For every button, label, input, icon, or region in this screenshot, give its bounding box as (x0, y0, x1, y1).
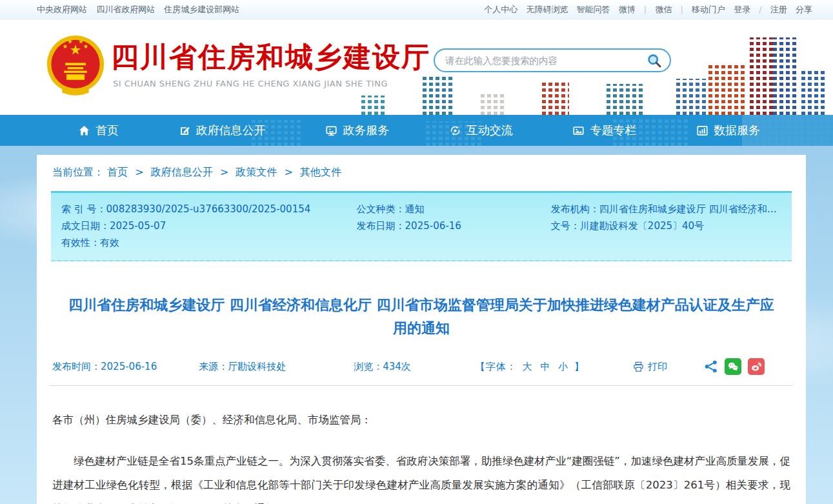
nav-item-home[interactable]: 首页 (79, 123, 119, 138)
main-navigation: 首页 政府信息公开 政务服务 互动交流 专题专栏 数据服务 (0, 115, 833, 146)
agency-label: 发布机构： (551, 203, 599, 215)
top-utility-bar: 中央政府网站 四川省政府网站 住房城乡建设部网站 个人中心 无障碍浏览 智能问答… (0, 0, 833, 19)
font-size-control: 【字体： 大 中 小 】 (476, 361, 585, 373)
nav-label: 互动交流 (467, 123, 513, 138)
views-value: 434次 (383, 361, 411, 372)
share-buttons (704, 358, 765, 375)
salutation: 各市（州）住房城乡建设局（委）、经济和信息化局、市场监管局： (52, 410, 790, 430)
nav-label: 首页 (95, 123, 119, 138)
edit-icon (179, 125, 190, 136)
separator: / (759, 5, 761, 14)
body-paragraph: 绿色建材产业链是全省15条重点产业链之一。为深入贯彻落实省委、省政府决策部署，助… (52, 449, 790, 504)
written-date-label: 成文日期： (61, 220, 110, 232)
view-count: 浏览：434次 (354, 361, 411, 373)
interaction-icon (450, 125, 461, 136)
font-size-large[interactable]: 大 (523, 361, 533, 372)
link-central-gov[interactable]: 中央政府网站 (37, 5, 87, 14)
link-mohurd[interactable]: 住房城乡建设部网站 (164, 5, 239, 14)
weibo-icon (750, 361, 762, 372)
document-meta-table: 索 引 号：008283930/2025-u37663300/2025-0015… (51, 191, 792, 261)
written-date-cell: 成文日期：2025-05-07 (61, 217, 357, 234)
nav-item-data-services[interactable]: 数据服务 (697, 123, 760, 138)
breadcrumb-separator: > (135, 166, 143, 178)
link-mobile-portal[interactable]: 移动门户 (692, 5, 725, 14)
building-decoration (773, 37, 799, 115)
link-personal-center[interactable]: 个人中心 (484, 5, 517, 14)
image-icon (573, 125, 584, 136)
nav-label: 专题专栏 (590, 123, 636, 138)
building-decoration (607, 84, 643, 115)
separator: | (681, 5, 683, 14)
source-label: 来源： (199, 361, 228, 372)
validity-label: 有效性： (61, 237, 100, 248)
publish-time: 发布时间：2025-06-16 (52, 361, 157, 373)
nav-label: 政府信息公开 (196, 123, 266, 138)
search-icon[interactable] (647, 53, 662, 68)
building-decoration (423, 76, 452, 115)
doc-type-value: 通知 (405, 203, 425, 215)
separator: | (644, 5, 647, 14)
font-size-small[interactable]: 小 (558, 361, 568, 372)
link-share[interactable]: 分享 (796, 5, 812, 14)
national-emblem-logo (45, 34, 106, 103)
share-icon (704, 359, 718, 374)
breadcrumb-policy-files[interactable]: 政策文件 (236, 166, 277, 178)
link-register[interactable]: 注册 (770, 5, 787, 14)
breadcrumb-other-files[interactable]: 其他文件 (300, 166, 341, 178)
validity-cell: 有效性：有效 (61, 234, 357, 251)
link-weibo[interactable]: 微博 (619, 5, 636, 14)
wechat-share-button[interactable] (725, 358, 741, 375)
link-accessibility[interactable]: 无障碍浏览 (526, 5, 568, 14)
breadcrumb-home[interactable]: 首页 (107, 166, 128, 178)
index-number-value: 008283930/2025-u37663300/2025-00154 (106, 203, 311, 215)
breadcrumb-gov-info[interactable]: 政府信息公开 (151, 166, 213, 178)
print-button[interactable]: 打印 (633, 361, 667, 373)
link-sichuan-gov[interactable]: 四川省政府网站 (96, 5, 155, 14)
breadcrumb: 当前位置： 首页 > 政府信息公开 > 政策文件 > 其他文件 (50, 155, 793, 188)
publish-date-cell: 发布日期：2025-06-16 (357, 217, 551, 234)
search-input[interactable] (445, 55, 647, 66)
index-number-label: 索 引 号： (61, 203, 106, 215)
wechat-icon (727, 361, 739, 372)
link-login[interactable]: 登录 (734, 5, 750, 14)
building-decoration (542, 80, 569, 115)
breadcrumb-separator: > (284, 166, 292, 178)
doc-number-cell: 文号：川建勘设科发〔2025〕40号 (551, 217, 781, 234)
nav-item-interaction[interactable]: 互动交流 (450, 123, 513, 138)
doc-type-label: 公文种类： (357, 203, 405, 215)
publish-time-label: 发布时间： (52, 361, 101, 372)
index-number-cell: 索 引 号：008283930/2025-u37663300/2025-0015… (61, 201, 357, 217)
meta-row: 成文日期：2025-05-07 发布日期：2025-06-16 文号：川建勘设科… (61, 217, 781, 234)
nav-item-special-topics[interactable]: 专题专栏 (573, 123, 636, 138)
meta-row: 有效性：有效 (61, 234, 781, 251)
site-header: 四川省住房和城乡建设厅 SI CHUAN SHENG ZHU FANG HE C… (0, 19, 833, 115)
nav-label: 政务服务 (343, 123, 389, 138)
building-decoration (750, 37, 773, 115)
chart-icon (697, 125, 708, 136)
views-label: 浏览： (354, 361, 383, 372)
site-title-pinyin: SI CHUAN SHENG ZHU FANG HE CHENG XIANG J… (113, 79, 388, 88)
breadcrumb-label: 当前位置： (52, 166, 104, 178)
link-wechat[interactable]: 微信 (655, 5, 672, 14)
font-label-end: 】 (574, 361, 585, 372)
print-label: 打印 (648, 361, 667, 373)
site-title: 四川省住房和城乡建设厅 (111, 39, 430, 76)
monitor-icon (326, 125, 337, 136)
article-title: 四川省住房和城乡建设厅 四川省经济和信息化厅 四川省市场监督管理局关于加快推进绿… (66, 294, 776, 340)
font-size-medium[interactable]: 中 (540, 361, 550, 372)
topbar-user-links: 个人中心 无障碍浏览 智能问答 微博 | 微信 | 移动门户 登录 / 注册 分… (478, 4, 812, 15)
nav-items: 首页 政府信息公开 政务服务 互动交流 专题专栏 数据服务 (37, 115, 802, 146)
article-meta-bar: 发布时间：2025-06-16 来源：厅勘设科技处 浏览：434次 【字体： 大… (50, 358, 793, 386)
nav-item-services[interactable]: 政务服务 (326, 123, 389, 138)
share-button[interactable] (704, 359, 718, 374)
home-icon (79, 125, 90, 136)
printer-icon (633, 361, 644, 372)
doc-number-value: 川建勘设科发〔2025〕40号 (580, 220, 704, 232)
weibo-share-button[interactable] (748, 358, 765, 375)
building-decoration (801, 70, 827, 115)
nav-item-gov-info[interactable]: 政府信息公开 (179, 123, 266, 138)
link-smart-qa[interactable]: 智能问答 (577, 5, 610, 14)
building-decoration (708, 63, 747, 115)
font-label: 【字体： (476, 361, 517, 372)
meta-row: 索 引 号：008283930/2025-u37663300/2025-0015… (61, 201, 781, 217)
